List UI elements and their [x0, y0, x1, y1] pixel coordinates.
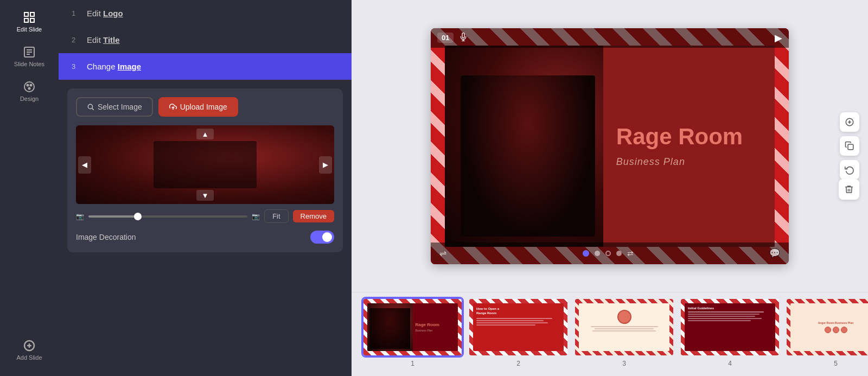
thumbnail-4[interactable]: Initial Guidelines 4: [680, 298, 780, 367]
main-content: 01 ▶: [352, 0, 868, 376]
copy-icon: [845, 141, 854, 151]
step-2[interactable]: 2 Edit Title: [59, 27, 352, 53]
remove-button[interactable]: Remove: [293, 210, 334, 222]
play-button[interactable]: ▶: [775, 32, 782, 44]
slide-title: Rage Room: [616, 124, 762, 149]
nav-dot-3[interactable]: [605, 251, 611, 256]
sidebar-item-label: Edit Slide: [17, 26, 42, 33]
delete-button[interactable]: [839, 179, 859, 200]
upload-image-button[interactable]: Upload Image: [158, 97, 238, 117]
thumb4-title: Initial Guidelines: [688, 307, 772, 310]
image-buttons-row: Select Image Upload Image: [76, 97, 334, 117]
thumb-1-inner: Rage Room Business Plan: [367, 303, 458, 351]
slide-controls-left: 01: [437, 33, 468, 43]
thumb-2-inner: How to Open aRange Room: [473, 303, 564, 351]
add-element-button[interactable]: [840, 112, 859, 132]
sidebar-item-label: Slide Notes: [14, 61, 44, 67]
fit-button[interactable]: Fit: [264, 209, 288, 223]
step-3[interactable]: 3 Change Image: [59, 53, 352, 80]
sidebar: Edit Slide Slide Notes Design Add Slide: [0, 0, 59, 376]
thumb-1-preview: Rage Room Business Plan: [362, 298, 463, 356]
grid-icon: [23, 11, 36, 24]
shuffle-icon-2[interactable]: ⇄: [627, 249, 634, 258]
svg-point-10: [30, 85, 32, 86]
slide-area: 01 ▶: [352, 0, 868, 292]
trash-icon: [844, 184, 854, 194]
nav-dot-4[interactable]: [616, 251, 622, 256]
copy-element-button[interactable]: [840, 136, 859, 156]
thumb-4-num: 4: [728, 360, 732, 367]
thumb-5-inner: Anger Room Business Plan: [790, 303, 868, 351]
thumb-3-inner: [579, 303, 669, 351]
svg-point-11: [29, 88, 30, 90]
zoom-in-icon: 📷: [252, 213, 260, 220]
undo-icon: [845, 165, 854, 175]
thumb-2-num: 2: [516, 360, 520, 367]
sidebar-item-add-slide[interactable]: Add Slide: [0, 333, 59, 367]
left-panel: 1 Edit Logo 2 Edit Title 3 Change Image: [59, 0, 352, 376]
image-prev-button[interactable]: ◀: [78, 156, 91, 174]
palette-icon: [23, 80, 36, 93]
select-image-button[interactable]: Select Image: [76, 97, 153, 117]
plus-circle-icon: [845, 117, 854, 127]
thumb-3-num: 3: [622, 360, 626, 367]
svg-point-9: [27, 85, 29, 86]
thumb-2-preview: How to Open aRange Room: [468, 298, 569, 356]
thumb5-circles: [825, 327, 847, 333]
undo-button[interactable]: [840, 160, 859, 180]
thumbnail-1[interactable]: Rage Room Business Plan 1: [362, 298, 463, 367]
step-1-label: Edit Logo: [87, 9, 123, 18]
svg-rect-1: [30, 12, 34, 16]
slide-center-box: Rage Room Business Plan: [445, 46, 775, 247]
nav-dot-2[interactable]: [595, 251, 600, 256]
sidebar-item-slide-notes[interactable]: Slide Notes: [0, 39, 59, 74]
thumb-5-preview: Anger Room Business Plan: [786, 298, 868, 356]
sidebar-item-edit-slide[interactable]: Edit Slide: [0, 4, 59, 39]
slide-image-area: [445, 46, 603, 247]
image-next-button[interactable]: ▶: [319, 156, 332, 174]
nav-dot-1[interactable]: [583, 250, 589, 257]
step-3-num: 3: [72, 62, 80, 71]
image-down-button[interactable]: ▼: [196, 190, 214, 201]
step-2-num: 2: [72, 36, 80, 44]
zoom-slider[interactable]: [88, 215, 247, 218]
thumb2-lines: [476, 318, 560, 326]
thumb1-title: Rage Room: [416, 322, 456, 328]
upload-icon: [169, 103, 177, 111]
shuffle-icon[interactable]: ⇌: [439, 248, 446, 258]
slide-content: Rage Room Business Plan: [431, 28, 789, 264]
slide-figure: [461, 75, 595, 237]
thumb5-title: Anger Room Business Plan: [818, 321, 854, 324]
slide-subtitle: Business Plan: [616, 156, 762, 168]
thumbnails-area: Rage Room Business Plan 1 How to Open aR…: [352, 292, 868, 376]
svg-rect-3: [30, 18, 34, 22]
plus-icon: [23, 339, 36, 352]
mic-button[interactable]: [459, 33, 468, 43]
svg-rect-21: [848, 144, 853, 150]
slide-text-area: Rage Room Business Plan: [603, 46, 775, 247]
slide-preview: 01 ▶: [431, 28, 789, 264]
image-preview: ◀ ▶ ▲ ▼: [76, 125, 334, 204]
thumb-1-num: 1: [411, 360, 414, 367]
thumb2-title: How to Open aRange Room: [476, 307, 499, 316]
image-panel: Select Image Upload Image ◀ ▶ ▲ ▼ 📷 📷 Fi…: [67, 88, 343, 252]
thumb1-subtitle: Business Plan: [416, 329, 456, 332]
sidebar-item-label: Design: [20, 95, 39, 102]
decoration-toggle[interactable]: [310, 231, 334, 244]
mic-icon: [459, 33, 468, 41]
sidebar-item-design[interactable]: Design: [0, 74, 59, 109]
step-1[interactable]: 1 Edit Logo: [59, 0, 352, 27]
thumbnail-3[interactable]: 3: [574, 298, 674, 367]
image-up-button[interactable]: ▲: [196, 129, 214, 139]
decoration-row: Image Decoration: [76, 231, 334, 244]
thumbnail-2[interactable]: How to Open aRange Room 2: [468, 298, 569, 367]
sidebar-item-label: Add Slide: [16, 354, 42, 361]
comment-icon[interactable]: 💬: [769, 248, 780, 258]
svg-point-8: [24, 82, 34, 92]
step-1-num: 1: [72, 9, 80, 17]
thumb-3-preview: [574, 298, 674, 356]
slide-nav-dots: ⇄: [583, 249, 634, 258]
search-icon: [87, 103, 94, 111]
thumb-4-preview: Initial Guidelines: [680, 298, 780, 356]
thumbnail-5[interactable]: Anger Room Business Plan 5: [786, 298, 868, 367]
